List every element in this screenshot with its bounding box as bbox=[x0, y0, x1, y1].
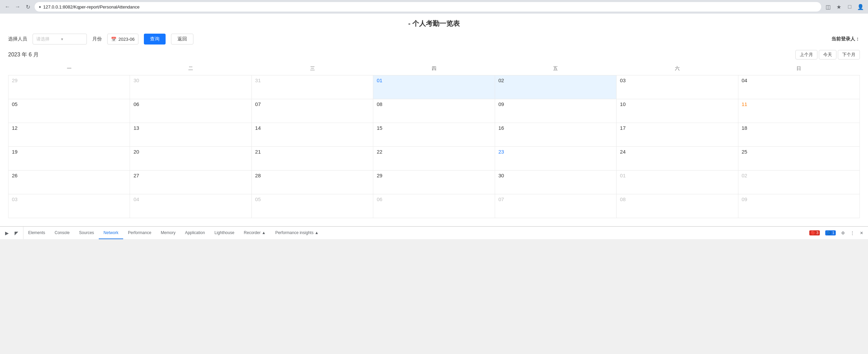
calendar-icon: 📅 bbox=[111, 37, 116, 42]
current-user-label: 当前登录人： bbox=[831, 36, 860, 42]
calendar-day: 20 bbox=[130, 147, 251, 171]
page-title: - 个人考勤一览表 bbox=[0, 14, 868, 31]
calendar-day: 21 bbox=[251, 147, 373, 171]
calendar-day: 08 bbox=[373, 99, 495, 123]
calendar-grid: 一 二 三 四 五 六 日 29303101020304050607080910… bbox=[8, 62, 860, 218]
month-input[interactable]: 📅 2023-06 bbox=[107, 34, 138, 45]
weekday-sat: 六 bbox=[617, 62, 738, 75]
select-person-label: 选择人员 bbox=[8, 36, 27, 42]
device-toggle-button[interactable]: ◤ bbox=[12, 229, 20, 237]
nav-month-buttons: 上个月 今天 下个月 bbox=[795, 50, 860, 59]
devtools-tabs: ElementsConsoleSourcesNetworkPerformance… bbox=[23, 227, 805, 239]
forward-button[interactable]: → bbox=[13, 2, 22, 12]
calendar-day: 01 bbox=[617, 171, 738, 194]
calendar-day: 05 bbox=[251, 194, 373, 218]
today-button[interactable]: 今天 bbox=[819, 50, 836, 59]
lock-icon: ● bbox=[39, 4, 41, 9]
bookmark-button[interactable]: ★ bbox=[834, 2, 844, 12]
calendar-day: 17 bbox=[617, 123, 738, 147]
nav-buttons: ← → ↻ bbox=[3, 2, 33, 12]
info-badge: 🔵 1 bbox=[825, 230, 836, 235]
calendar-week-row: 12131415161718 bbox=[8, 123, 860, 147]
devtools-tab-performance[interactable]: Performance bbox=[123, 227, 156, 239]
calendar-day: 09 bbox=[495, 99, 616, 123]
calendar-day: 18 bbox=[738, 123, 860, 147]
back-button[interactable]: ← bbox=[3, 2, 12, 12]
query-button[interactable]: 查询 bbox=[144, 34, 166, 45]
devtools-tab-network[interactable]: Network bbox=[99, 227, 123, 239]
calendar-day: 24 bbox=[617, 147, 738, 171]
calendar-header-row: 一 二 三 四 五 六 日 bbox=[8, 62, 860, 75]
browser-toolbar: ← → ↻ ● 127.0.0.1:8082/Kqper-report/Pers… bbox=[0, 0, 868, 14]
calendar-day: 22 bbox=[373, 147, 495, 171]
devtools-panel: ▶ ◤ ElementsConsoleSourcesNetworkPerform… bbox=[0, 226, 868, 239]
devtools-tab-memory[interactable]: Memory bbox=[156, 227, 180, 239]
calendar-day: 06 bbox=[130, 99, 251, 123]
calendar-week-row: 19202122232425 bbox=[8, 147, 860, 171]
weekday-thu: 四 bbox=[373, 62, 495, 75]
calendar-day: 09 bbox=[738, 194, 860, 218]
devtools-tab-recorder-[interactable]: Recorder ▲ bbox=[239, 227, 271, 239]
next-month-button[interactable]: 下个月 bbox=[838, 50, 860, 59]
inspect-element-button[interactable]: ▶ bbox=[3, 229, 11, 237]
address-bar[interactable]: ● 127.0.0.1:8082/Kqper-report/PersonalAt… bbox=[35, 2, 821, 12]
browser-actions: ◫ ★ □ 👤 bbox=[823, 2, 865, 12]
calendar-week-row: 26272829300102 bbox=[8, 171, 860, 194]
calendar-day: 12 bbox=[8, 123, 130, 147]
calendar-day: 07 bbox=[251, 99, 373, 123]
calendar-day: 29 bbox=[8, 75, 130, 99]
profile-button[interactable]: 👤 bbox=[856, 2, 865, 12]
calendar-day: 04 bbox=[738, 75, 860, 99]
calendar-day: 19 bbox=[8, 147, 130, 171]
weekday-tue: 二 bbox=[130, 62, 251, 75]
error-count-button[interactable]: 🔴 3 bbox=[807, 230, 822, 236]
devtools-tab-application[interactable]: Application bbox=[180, 227, 210, 239]
calendar-day: 28 bbox=[251, 171, 373, 194]
url-text: 127.0.0.1:8082/Kqper-report/PersonalAtte… bbox=[43, 4, 139, 10]
calendar-day[interactable]: 23 bbox=[495, 147, 616, 171]
person-select[interactable]: 请选择 ▼ bbox=[33, 34, 87, 45]
settings-button[interactable]: ⚙ bbox=[839, 230, 847, 236]
month-value: 2023-06 bbox=[118, 37, 135, 42]
devtools-tab-sources[interactable]: Sources bbox=[74, 227, 99, 239]
devtools-actions: ▶ ◤ bbox=[0, 227, 23, 239]
calendar-day: 13 bbox=[130, 123, 251, 147]
calendar-day: 30 bbox=[130, 75, 251, 99]
calendar-day: 31 bbox=[251, 75, 373, 99]
controls-row: 选择人员 请选择 ▼ 月份 📅 2023-06 查询 返回 当前登录人： bbox=[0, 31, 868, 47]
prev-month-button[interactable]: 上个月 bbox=[795, 50, 817, 59]
calendar-day: 05 bbox=[8, 99, 130, 123]
calendar-day: 15 bbox=[373, 123, 495, 147]
reload-button[interactable]: ↻ bbox=[23, 2, 33, 12]
person-select-placeholder: 请选择 bbox=[36, 36, 59, 42]
close-devtools-button[interactable]: ✕ bbox=[858, 230, 865, 236]
calendar-day: 03 bbox=[617, 75, 738, 99]
weekday-wed: 三 bbox=[251, 62, 373, 75]
more-button[interactable]: ⋮ bbox=[848, 230, 856, 236]
calendar-wrapper: 一 二 三 四 五 六 日 29303101020304050607080910… bbox=[0, 62, 868, 226]
chevron-down-icon: ▼ bbox=[60, 37, 83, 41]
calendar-day: 30 bbox=[495, 171, 616, 194]
calendar-day: 29 bbox=[373, 171, 495, 194]
calendar-day: 11 bbox=[738, 99, 860, 123]
back-button[interactable]: 返回 bbox=[171, 34, 193, 45]
devtools-tab-performance-insights-[interactable]: Performance insights ▲ bbox=[270, 227, 323, 239]
calendar-day: 01 bbox=[373, 75, 495, 99]
window-button[interactable]: □ bbox=[845, 2, 854, 12]
calendar-day: 25 bbox=[738, 147, 860, 171]
calendar-day: 02 bbox=[495, 75, 616, 99]
calendar-day: 06 bbox=[373, 194, 495, 218]
calendar-day: 10 bbox=[617, 99, 738, 123]
calendar-day: 26 bbox=[8, 171, 130, 194]
devtools-tab-lighthouse[interactable]: Lighthouse bbox=[210, 227, 239, 239]
calendar-day: 14 bbox=[251, 123, 373, 147]
calendar-week-row: 29303101020304 bbox=[8, 75, 860, 99]
devtools-tab-console[interactable]: Console bbox=[50, 227, 74, 239]
main-content: - 个人考勤一览表 选择人员 请选择 ▼ 月份 📅 2023-06 查询 返回 … bbox=[0, 14, 868, 226]
browser-chrome: ← → ↻ ● 127.0.0.1:8082/Kqper-report/Pers… bbox=[0, 0, 868, 14]
calendar-day: 08 bbox=[617, 194, 738, 218]
calendar-nav-row: 2023 年 6 月 上个月 今天 下个月 bbox=[0, 47, 868, 62]
info-count-button[interactable]: 🔵 1 bbox=[823, 230, 838, 236]
extensions-button[interactable]: ◫ bbox=[823, 2, 833, 12]
devtools-tab-elements[interactable]: Elements bbox=[23, 227, 50, 239]
